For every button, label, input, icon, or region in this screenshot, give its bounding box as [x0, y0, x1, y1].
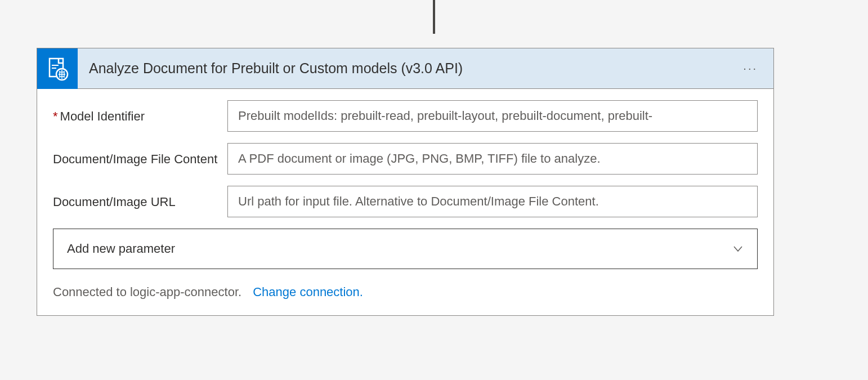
model-identifier-input[interactable]	[227, 100, 758, 132]
dropdown-label: Add new parameter	[67, 242, 175, 256]
field-row-model-identifier: *Model Identifier	[53, 100, 758, 132]
card-body: *Model Identifier Document/Image File Co…	[37, 89, 773, 315]
required-asterisk: *	[53, 109, 58, 123]
file-content-input[interactable]	[227, 143, 758, 175]
field-label: *Model Identifier	[53, 100, 227, 126]
change-connection-link[interactable]: Change connection.	[253, 285, 363, 299]
flow-arrow	[423, 0, 445, 48]
image-url-input[interactable]	[227, 186, 758, 217]
card-header[interactable]: Analyze Document for Prebuilt or Custom …	[37, 48, 773, 89]
connection-status-text: Connected to logic-app-connector.	[53, 285, 241, 299]
field-label: Document/Image URL	[53, 186, 227, 211]
card-title: Analyze Document for Prebuilt or Custom …	[78, 60, 727, 77]
field-row-file-content: Document/Image File Content	[53, 143, 758, 175]
chevron-down-icon	[732, 243, 744, 254]
add-parameter-dropdown[interactable]: Add new parameter	[53, 229, 758, 269]
connection-footer: Connected to logic-app-connector. Change…	[53, 285, 758, 299]
action-card: Analyze Document for Prebuilt or Custom …	[37, 48, 774, 316]
field-row-image-url: Document/Image URL	[53, 186, 758, 217]
field-label: Document/Image File Content	[53, 143, 227, 168]
more-menu-button[interactable]: ···	[727, 62, 773, 75]
connector-icon-box	[37, 48, 78, 89]
document-grid-icon	[45, 56, 70, 81]
